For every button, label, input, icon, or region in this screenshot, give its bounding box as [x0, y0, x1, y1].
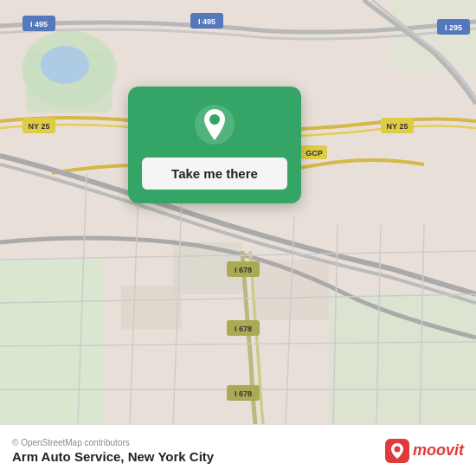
svg-text:I 295: I 295 [445, 23, 462, 32]
svg-rect-3 [0, 260, 104, 424]
location-pin-icon [194, 104, 235, 145]
svg-text:I 678: I 678 [235, 266, 252, 274]
svg-text:I 495: I 495 [30, 20, 48, 29]
svg-text:I 495: I 495 [198, 17, 215, 26]
svg-point-42 [209, 114, 220, 125]
svg-rect-8 [121, 286, 182, 329]
map-svg: I 495 I 495 I 295 NY 25 NY 25 GCP GCP I … [0, 0, 476, 424]
svg-point-40 [41, 46, 89, 84]
svg-text:NY 25: NY 25 [29, 122, 50, 131]
popup-card: Take me there [128, 87, 301, 203]
svg-text:NY 25: NY 25 [387, 122, 408, 131]
osm-attribution: © OpenStreetMap contributors [12, 438, 214, 447]
map-container[interactable]: I 495 I 495 I 295 NY 25 NY 25 GCP GCP I … [0, 0, 476, 424]
moovit-text: moovit [413, 441, 464, 460]
moovit-logo: moovit [385, 439, 464, 463]
take-me-there-button[interactable]: Take me there [142, 158, 287, 190]
svg-text:I 678: I 678 [235, 389, 252, 398]
svg-rect-4 [329, 294, 476, 424]
svg-point-44 [394, 446, 400, 452]
svg-text:GCP: GCP [306, 149, 323, 158]
bottom-left-info: © OpenStreetMap contributors Arm Auto Se… [12, 438, 214, 464]
svg-text:I 678: I 678 [235, 325, 252, 333]
bottom-bar: © OpenStreetMap contributors Arm Auto Se… [0, 424, 476, 476]
location-title: Arm Auto Service, New York City [12, 449, 214, 464]
moovit-brand-icon [385, 439, 409, 463]
